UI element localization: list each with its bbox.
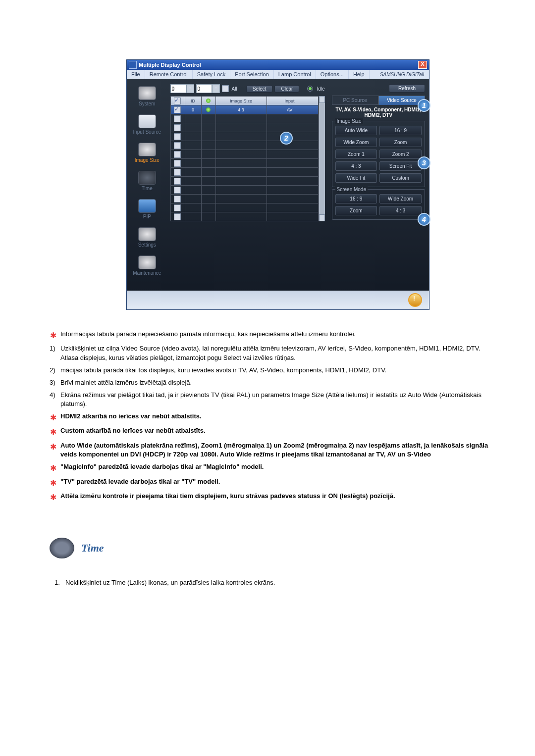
time-icon [138,171,156,185]
btn-zoom1[interactable]: Zoom 1 [335,150,377,159]
menu-file[interactable]: File [127,70,145,79]
callout-2: 2 [280,132,293,145]
header-checkbox[interactable] [174,98,181,104]
btn-sm-4-3[interactable]: 4 : 3 [379,206,422,215]
star-icon: ✱ [50,492,56,503]
star-icon: ✱ [50,330,56,341]
btn-auto-wide[interactable]: Auto Wide [335,126,377,135]
btn-sm-zoom[interactable]: Zoom [335,206,377,215]
sidebar: System Input Source Image Size Time PIP … [127,79,167,291]
table-row [171,167,318,176]
source-col-icon [206,99,211,103]
table-row [171,132,318,141]
chevron-down-icon[interactable]: ▾ [186,84,194,93]
callout-3: 3 [418,156,430,169]
table-row [171,203,318,212]
sidebar-item-time[interactable]: Time [127,171,167,191]
callout-4: 4 [418,213,430,226]
display-table: ID Image Size Input 0 4:3 AV [170,96,319,221]
btn-zoom2[interactable]: Zoom 2 [379,150,422,159]
table-row [171,185,318,194]
pip-icon [138,199,156,213]
refresh-button[interactable]: Refresh [389,84,425,93]
image-size-group: Image Size Auto Wide 16 : 9 Wide Zoom Zo… [332,121,425,187]
star-icon: ✱ [50,477,56,489]
screen-mode-group: Screen Mode 16 : 9 Wide Zoom Zoom 4 : 3 [332,189,425,220]
app-window: Multiple Display Control X File Remote C… [126,59,429,310]
maintenance-icon [138,255,156,269]
source-info: TV, AV, S-Video, Component, HDMI1, HDMI2… [332,107,425,118]
btn-screen-fit[interactable]: Screen Fit [379,161,422,171]
app-footer [127,291,429,309]
tab-pc-source[interactable]: PC Source [332,96,378,105]
all-checkbox[interactable] [222,85,229,92]
sidebar-item-input[interactable]: Input Source [127,114,167,135]
menu-help[interactable]: Help [349,70,370,79]
table-row [171,176,318,185]
app-icon [129,61,137,69]
table-row [171,194,318,203]
close-icon[interactable]: X [418,61,427,69]
btn-4-3[interactable]: 4 : 3 [335,161,377,171]
image-size-icon [138,143,156,156]
btn-custom[interactable]: Custom [379,173,422,183]
settings-icon [138,227,156,241]
brand-label: SAMSUNG DIGITall [375,70,429,79]
col-input: Input [267,97,313,105]
table-row [171,123,318,132]
id-from-spinner[interactable]: ▾ [170,84,194,93]
btn-wide-fit[interactable]: Wide Fit [335,173,377,183]
col-id: ID [185,97,202,105]
time-heading: Time [50,538,505,558]
table-row [171,158,318,167]
system-icon [138,86,156,100]
table-row [171,212,318,221]
clear-button[interactable]: Clear [274,85,299,93]
row-checkbox[interactable] [174,106,181,113]
btn-sm-widezoom[interactable]: Wide Zoom [379,194,422,203]
time-section-icon [50,538,74,558]
table-scrollbar[interactable]: ▴ ▾ [319,96,325,221]
main-panel: ▾ ▾ All Select Clear Idle ID Image Size … [167,79,328,291]
table-row [171,114,318,123]
table-row [171,141,318,150]
idle-label: Idle [317,86,324,92]
menu-port[interactable]: Port Selection [230,70,273,79]
btn-zoom[interactable]: Zoom [379,138,422,147]
menu-options[interactable]: Options... [316,70,349,79]
alert-icon [408,293,422,307]
scroll-down-icon[interactable]: ▾ [319,214,325,221]
chevron-down-icon[interactable]: ▾ [212,84,220,93]
titlebar: Multiple Display Control X [127,60,429,70]
scroll-up-icon[interactable]: ▴ [319,96,325,103]
menubar: File Remote Control Safety Lock Port Sel… [127,70,429,79]
star-icon: ✱ [50,426,56,438]
star-icon: ✱ [50,441,56,460]
sidebar-item-maint[interactable]: Maintenance [127,255,167,276]
all-label: All [232,86,237,92]
sidebar-item-pip[interactable]: PIP [127,199,167,219]
input-source-icon [138,114,156,128]
sidebar-item-system[interactable]: System [127,86,167,106]
sidebar-item-image[interactable]: Image Size [127,143,167,163]
idle-radio[interactable] [307,86,313,92]
btn-16-9[interactable]: 16 : 9 [379,126,422,135]
menu-remote[interactable]: Remote Control [145,70,193,79]
window-title: Multiple Display Control [139,62,418,68]
menu-lamp[interactable]: Lamp Control [274,70,316,79]
callout-1: 1 [418,99,430,112]
doc-body: ✱Informācijas tabula parāda nepieciešamo… [50,330,505,588]
right-panel: Refresh PC Source Video Source TV, AV, S… [328,79,429,291]
table-row [171,150,318,158]
sidebar-item-set[interactable]: Settings [127,227,167,248]
btn-sm-16-9[interactable]: 16 : 9 [335,194,377,203]
source-dot-icon [206,107,211,112]
col-size: Image Size [216,97,267,105]
star-icon: ✱ [50,462,56,474]
star-icon: ✱ [50,412,56,423]
id-to-spinner[interactable]: ▾ [196,84,220,93]
select-button[interactable]: Select [246,85,273,93]
table-row[interactable]: 0 4:3 AV [171,105,318,114]
menu-safety[interactable]: Safety Lock [193,70,230,79]
btn-wide-zoom[interactable]: Wide Zoom [335,138,377,147]
